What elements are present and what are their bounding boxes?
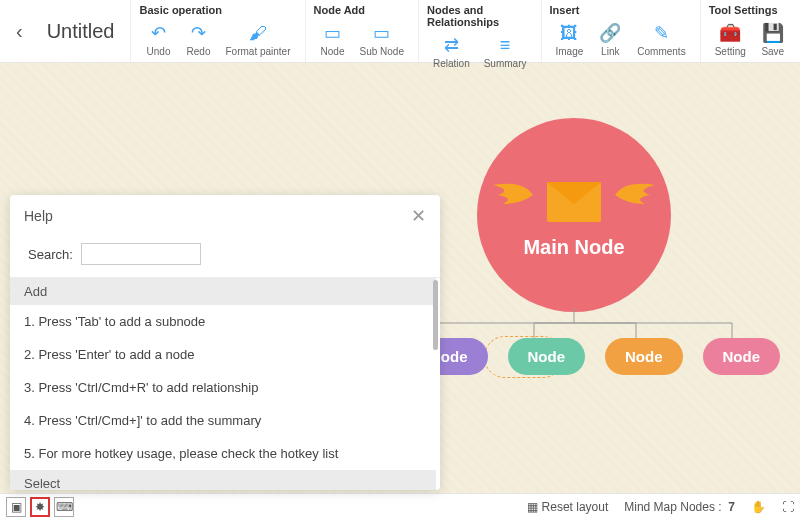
comments-icon: ✎ — [650, 22, 672, 44]
help-line: 2. Press 'Enter' to add a node — [10, 338, 436, 371]
toolbar-label: Image — [556, 46, 584, 57]
toolbar-group-title: Tool Settings — [709, 4, 800, 16]
summary-button[interactable]: ≡Summary — [478, 32, 533, 71]
toolbar: Basic operation↶Undo↷Redo🖌Format painter… — [130, 0, 800, 62]
title-area: ‹ Untitled — [0, 0, 130, 62]
help-line: 3. Press 'Ctrl/Cmd+R' to add relationshi… — [10, 371, 436, 404]
child-node-2[interactable]: Node — [508, 338, 586, 375]
toolbar-label: Sub Node — [360, 46, 404, 57]
sub-node-icon: ▭ — [371, 22, 393, 44]
node-button[interactable]: ▭Node — [314, 20, 352, 59]
setting-button[interactable]: 🧰Setting — [709, 20, 752, 59]
toolbar-label: Undo — [147, 46, 171, 57]
toolbar-group: Nodes and Relationships⇄Relation≡Summary — [418, 0, 541, 62]
format-painter-button[interactable]: 🖌Format painter — [219, 20, 296, 59]
back-icon[interactable]: ‹ — [16, 20, 23, 43]
child-node-4[interactable]: Node — [703, 338, 781, 375]
toolbar-label: Save — [761, 46, 784, 57]
image-button[interactable]: 🖼Image — [550, 20, 590, 59]
toolbar-group: Node Add▭Node▭Sub Node — [305, 0, 418, 62]
help-line: 5. For more hotkey usage, please check t… — [10, 437, 436, 470]
node-icon: ▭ — [322, 22, 344, 44]
main-node-label: Main Node — [523, 236, 624, 259]
toolbar-label: Link — [601, 46, 619, 57]
toolbar-label: Format painter — [225, 46, 290, 57]
undo-button[interactable]: ↶Undo — [139, 20, 177, 59]
link-icon: 🔗 — [599, 22, 621, 44]
help-search-input[interactable] — [81, 243, 201, 265]
scrollbar-thumb[interactable] — [433, 280, 438, 350]
toolbar-group: Insert🖼Image🔗Link✎Comments — [541, 0, 700, 62]
child-node-3[interactable]: Node — [605, 338, 683, 375]
help-body[interactable]: Add1. Press 'Tab' to add a subnode2. Pre… — [10, 277, 440, 490]
collapse-button[interactable]: ▲Collapse — [794, 20, 800, 59]
sub-node-button[interactable]: ▭Sub Node — [354, 20, 410, 59]
image-icon: 🖼 — [558, 22, 580, 44]
toolbar-label: Comments — [637, 46, 685, 57]
help-line: 1. Press 'Tab' to add a subnode — [10, 305, 436, 338]
toolbar-label: Summary — [484, 58, 527, 69]
help-section-heading: Add — [10, 278, 436, 305]
toolbar-group-title: Node Add — [314, 4, 410, 16]
sb-presentation-icon[interactable]: ▣ — [6, 497, 26, 517]
help-section-heading: Select — [10, 470, 436, 490]
toolbar-group-title: Insert — [550, 4, 692, 16]
save-icon: 💾 — [762, 22, 784, 44]
wing-left-icon — [493, 180, 533, 210]
redo-button[interactable]: ↷Redo — [179, 20, 217, 59]
redo-icon: ↷ — [187, 22, 209, 44]
setting-icon: 🧰 — [719, 22, 741, 44]
summary-icon: ≡ — [494, 34, 516, 56]
toolbar-group: Basic operation↶Undo↷Redo🖌Format painter — [130, 0, 304, 62]
toolbar-label: Node — [321, 46, 345, 57]
relation-icon: ⇄ — [440, 34, 462, 56]
main-node[interactable]: Main Node — [477, 118, 671, 312]
status-bar: ▣ ✸ ⌨ ▦ Reset layout Mind Map Nodes : 7 … — [0, 493, 800, 519]
help-panel: Help ✕ Search: Add1. Press 'Tab' to add … — [10, 195, 440, 490]
toolbar-label: Setting — [715, 46, 746, 57]
pan-icon[interactable]: ✋ — [751, 500, 766, 514]
toolbar-label: Relation — [433, 58, 470, 69]
help-title: Help — [24, 208, 53, 224]
toolbar-group: Tool Settings🧰Setting💾Save▲Collapse — [700, 0, 800, 62]
wing-right-icon — [615, 180, 655, 210]
link-button[interactable]: 🔗Link — [591, 20, 629, 59]
format-painter-icon: 🖌 — [247, 22, 269, 44]
toolbar-group-title: Basic operation — [139, 4, 296, 16]
help-search-label: Search: — [28, 247, 73, 262]
zoom-icon[interactable]: ⛶ — [782, 500, 794, 514]
relation-button[interactable]: ⇄Relation — [427, 32, 476, 71]
envelope-icon — [547, 182, 601, 222]
node-count: Mind Map Nodes : 7 — [624, 500, 735, 514]
reset-layout-button[interactable]: ▦ Reset layout — [527, 500, 608, 514]
comments-button[interactable]: ✎Comments — [631, 20, 691, 59]
child-nodes: Node Node Node Node — [410, 338, 780, 375]
document-title[interactable]: Untitled — [47, 20, 115, 43]
close-icon[interactable]: ✕ — [411, 205, 426, 227]
sb-keyboard-icon[interactable]: ⌨ — [54, 497, 74, 517]
save-button[interactable]: 💾Save — [754, 20, 792, 59]
sb-tips-icon[interactable]: ✸ — [30, 497, 50, 517]
help-line: 4. Press 'Ctrl/Cmd+]' to add the summary — [10, 404, 436, 437]
app-header: ‹ Untitled Basic operation↶Undo↷Redo🖌For… — [0, 0, 800, 63]
toolbar-group-title: Nodes and Relationships — [427, 4, 533, 28]
toolbar-label: Redo — [187, 46, 211, 57]
undo-icon: ↶ — [147, 22, 169, 44]
